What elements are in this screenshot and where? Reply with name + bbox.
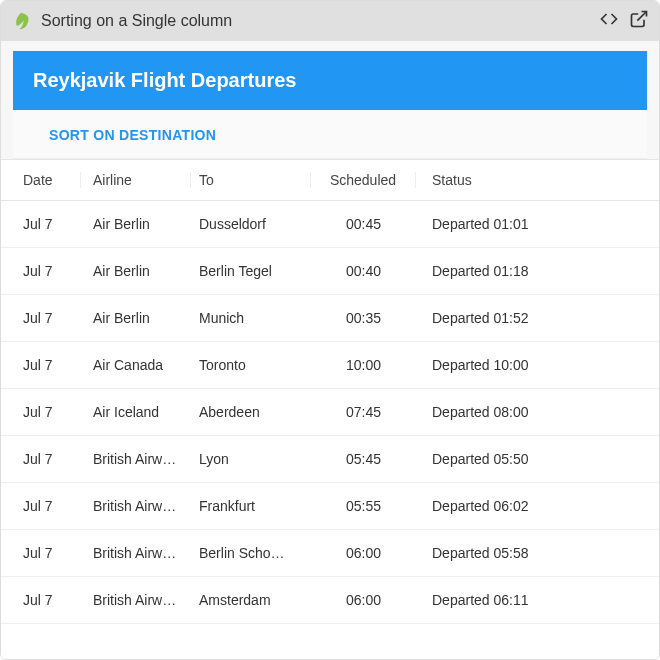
cell-to: Dusseldorf: [191, 216, 311, 232]
cell-status: Departed 10:00: [416, 357, 659, 373]
window-title: Sorting on a Single column: [41, 12, 589, 30]
table-row[interactable]: Jul 7British Airw…Lyon05:45Departed 05:5…: [1, 436, 659, 483]
cell-airline: Air Berlin: [81, 310, 191, 326]
cell-date: Jul 7: [1, 545, 81, 561]
cell-date: Jul 7: [1, 404, 81, 420]
cell-to: Berlin Tegel: [191, 263, 311, 279]
table-row[interactable]: Jul 7Air BerlinBerlin Tegel00:40Departed…: [1, 248, 659, 295]
table-row[interactable]: Jul 7British Airw…Berlin Scho…06:00Depar…: [1, 530, 659, 577]
code-icon[interactable]: [599, 9, 619, 33]
cell-airline: British Airw…: [81, 498, 191, 514]
cell-airline: Air Canada: [81, 357, 191, 373]
cell-scheduled: 07:45: [311, 404, 416, 420]
cell-scheduled: 10:00: [311, 357, 416, 373]
cell-status: Departed 08:00: [416, 404, 659, 420]
sort-bar: SORT ON DESTINATION: [13, 110, 647, 159]
sort-on-destination-button[interactable]: SORT ON DESTINATION: [49, 127, 216, 143]
cell-airline: Air Iceland: [81, 404, 191, 420]
cell-status: Departed 01:01: [416, 216, 659, 232]
cell-airline: Air Berlin: [81, 263, 191, 279]
table-row[interactable]: Jul 7British Airw…Frankfurt05:55Departed…: [1, 483, 659, 530]
cell-status: Departed 01:52: [416, 310, 659, 326]
cell-date: Jul 7: [1, 263, 81, 279]
cell-airline: British Airw…: [81, 592, 191, 608]
table-row[interactable]: Jul 7British Airw…Amsterdam06:00Departed…: [1, 577, 659, 624]
table-row[interactable]: Jul 7Air CanadaToronto10:00Departed 10:0…: [1, 342, 659, 389]
cell-status: Departed 05:58: [416, 545, 659, 561]
cell-date: Jul 7: [1, 592, 81, 608]
cell-date: Jul 7: [1, 310, 81, 326]
col-scheduled-header[interactable]: Scheduled: [311, 172, 416, 188]
cell-to: Berlin Scho…: [191, 545, 311, 561]
col-status-header[interactable]: Status: [416, 172, 659, 188]
cell-scheduled: 06:00: [311, 592, 416, 608]
app-window: Sorting on a Single column Reykjavik Fli…: [0, 0, 660, 660]
table-row[interactable]: Jul 7Air IcelandAberdeen07:45Departed 08…: [1, 389, 659, 436]
cell-to: Munich: [191, 310, 311, 326]
cell-status: Departed 06:02: [416, 498, 659, 514]
cell-date: Jul 7: [1, 357, 81, 373]
cell-status: Departed 06:11: [416, 592, 659, 608]
cell-airline: British Airw…: [81, 545, 191, 561]
col-date-header[interactable]: Date: [1, 172, 81, 188]
cell-date: Jul 7: [1, 216, 81, 232]
app-logo-icon: [11, 11, 31, 31]
flights-grid: Date Airline To Scheduled Status Jul 7Ai…: [1, 159, 659, 659]
open-external-icon[interactable]: [629, 9, 649, 33]
cell-to: Frankfurt: [191, 498, 311, 514]
cell-airline: Air Berlin: [81, 216, 191, 232]
table-row[interactable]: Jul 7Air BerlinDusseldorf00:45Departed 0…: [1, 201, 659, 248]
cell-to: Aberdeen: [191, 404, 311, 420]
titlebar: Sorting on a Single column: [1, 1, 659, 41]
cell-scheduled: 05:55: [311, 498, 416, 514]
cell-scheduled: 06:00: [311, 545, 416, 561]
cell-scheduled: 00:45: [311, 216, 416, 232]
cell-status: Departed 01:18: [416, 263, 659, 279]
table-row[interactable]: Jul 7Air BerlinMunich00:35Departed 01:52: [1, 295, 659, 342]
cell-date: Jul 7: [1, 451, 81, 467]
cell-date: Jul 7: [1, 498, 81, 514]
content-area: Reykjavik Flight Departures SORT ON DEST…: [1, 41, 659, 659]
svg-line-0: [637, 12, 646, 21]
cell-to: Amsterdam: [191, 592, 311, 608]
cell-scheduled: 05:45: [311, 451, 416, 467]
col-airline-header[interactable]: Airline: [81, 172, 191, 188]
col-to-header[interactable]: To: [191, 172, 311, 188]
grid-header-row: Date Airline To Scheduled Status: [1, 159, 659, 201]
cell-scheduled: 00:40: [311, 263, 416, 279]
cell-scheduled: 00:35: [311, 310, 416, 326]
cell-airline: British Airw…: [81, 451, 191, 467]
cell-to: Lyon: [191, 451, 311, 467]
page-title: Reykjavik Flight Departures: [13, 51, 647, 110]
cell-status: Departed 05:50: [416, 451, 659, 467]
cell-to: Toronto: [191, 357, 311, 373]
grid-body[interactable]: Jul 7Air BerlinDusseldorf00:45Departed 0…: [1, 201, 659, 659]
